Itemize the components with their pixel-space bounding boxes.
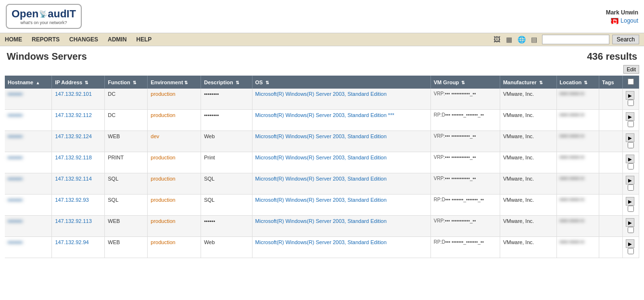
- sort-icon-vmgroup: ⇅: [461, 80, 465, 85]
- logout-button[interactable]: 🇨🇦 Logout: [611, 17, 638, 24]
- link-hostname[interactable]: ••••••••: [8, 176, 23, 182]
- nav-changes[interactable]: CHANGES: [64, 33, 103, 46]
- row-checkbox[interactable]: [628, 121, 634, 127]
- cell-ip[interactable]: 147.132.92.114: [52, 173, 105, 195]
- row-checkbox[interactable]: [628, 142, 634, 148]
- page-title: Windows Servers: [7, 51, 87, 62]
- col-ip[interactable]: IP Address ⇅: [52, 76, 105, 89]
- col-checkbox-header[interactable]: [623, 76, 639, 89]
- cell-hostname[interactable]: ••••••••: [5, 110, 52, 131]
- col-os[interactable]: OS ⇅: [252, 76, 430, 89]
- grid-icon[interactable]: ▦: [505, 35, 514, 44]
- link-hostname[interactable]: ••••••••: [8, 155, 23, 160]
- cell-ip[interactable]: 147.132.92.94: [52, 237, 105, 258]
- row-checkbox[interactable]: [628, 184, 634, 191]
- link-ip[interactable]: 147.132.92.93: [55, 197, 88, 203]
- detail-button[interactable]: ▶: [626, 112, 634, 121]
- cell-ip[interactable]: 147.132.92.101: [52, 89, 105, 110]
- cell-description: SQL: [201, 195, 252, 216]
- cell-hostname[interactable]: ••••••••: [5, 89, 52, 110]
- cell-os: Microsoft(R) Windows(R) Server 2003, Sta…: [252, 237, 430, 258]
- detail-button[interactable]: ▶: [626, 91, 634, 100]
- link-hostname[interactable]: ••••••••: [8, 133, 23, 139]
- cell-description: ••••••••: [201, 89, 252, 110]
- nav-reports[interactable]: REPORTS: [27, 33, 64, 46]
- edit-btn-wrap: Edit: [5, 65, 639, 75]
- cell-hostname[interactable]: ••••••••: [5, 173, 52, 195]
- image-icon[interactable]: 🖼: [492, 35, 502, 44]
- link-hostname[interactable]: ••••••••: [8, 197, 23, 203]
- logo-box: Open 📡 audIT what's on your network?: [6, 4, 82, 29]
- detail-button[interactable]: ▶: [626, 155, 634, 163]
- cell-os: Microsoft(R) Windows(R) Server 2003, Sta…: [252, 173, 430, 195]
- detail-button[interactable]: ▶: [626, 239, 634, 248]
- logout-link[interactable]: Logout: [620, 17, 638, 24]
- link-hostname[interactable]: ••••••••: [8, 239, 23, 245]
- cell-ip[interactable]: 147.132.92.112: [52, 110, 105, 131]
- row-checkbox[interactable]: [628, 163, 634, 170]
- col-vmgroup[interactable]: VM Group ⇅: [430, 76, 500, 89]
- cell-vmgroup: VRP:••• •••••••••••_••: [430, 216, 500, 237]
- cell-hostname[interactable]: ••••••••: [5, 216, 52, 237]
- detail-button[interactable]: ▶: [626, 218, 634, 227]
- cell-location: ••••• •••••• ••: [556, 89, 599, 110]
- cell-hostname[interactable]: ••••••••: [5, 152, 52, 173]
- link-ip[interactable]: 147.132.92.101: [55, 91, 91, 97]
- link-ip[interactable]: 147.132.92.113: [55, 218, 91, 224]
- col-function[interactable]: Function ⇅: [105, 76, 148, 89]
- nav-home[interactable]: HOME: [0, 33, 27, 46]
- cell-ip[interactable]: 147.132.92.124: [52, 131, 105, 152]
- cell-actions: ▶: [623, 216, 639, 237]
- col-environment[interactable]: Environment⇅: [148, 76, 201, 89]
- cell-vmgroup: VRP:••• •••••••••••_••: [430, 89, 500, 110]
- col-tags[interactable]: Tags: [599, 76, 622, 89]
- link-hostname[interactable]: ••••••••: [8, 91, 23, 97]
- cell-ip[interactable]: 147.132.92.113: [52, 216, 105, 237]
- detail-button[interactable]: ▶: [626, 197, 634, 206]
- cell-location: ••••• •••••• ••: [556, 195, 599, 216]
- link-hostname[interactable]: ••••••••: [8, 218, 23, 224]
- link-ip[interactable]: 147.132.92.112: [55, 112, 91, 118]
- select-all-checkbox[interactable]: [628, 78, 634, 85]
- sort-icon-loc: ⇅: [584, 80, 588, 85]
- cell-ip[interactable]: 147.132.92.118: [52, 152, 105, 173]
- link-ip[interactable]: 147.132.92.124: [55, 133, 91, 139]
- link-ip[interactable]: 147.132.92.118: [55, 155, 91, 160]
- link-hostname[interactable]: ••••••••: [8, 112, 23, 118]
- cell-vmgroup: VRP:••• •••••••••••_••: [430, 173, 500, 195]
- cell-tags: [599, 89, 622, 110]
- cell-description: Web: [201, 237, 252, 258]
- row-checkbox[interactable]: [628, 100, 634, 106]
- cell-location: ••••• •••••• ••: [556, 173, 599, 195]
- globe-icon[interactable]: 🌐: [517, 35, 527, 44]
- detail-button[interactable]: ▶: [626, 133, 634, 142]
- col-hostname[interactable]: Hostname ▲: [5, 76, 52, 89]
- cell-actions: ▶: [623, 195, 639, 216]
- col-description[interactable]: Description ⇅: [201, 76, 252, 89]
- cell-ip[interactable]: 147.132.92.93: [52, 195, 105, 216]
- table-row: ••••••••147.132.92.114SQLproductionSQLMi…: [5, 173, 639, 195]
- cell-function: PRINT: [105, 152, 148, 173]
- search-input[interactable]: [542, 35, 609, 44]
- cell-hostname[interactable]: ••••••••: [5, 237, 52, 258]
- detail-button[interactable]: ▶: [626, 176, 634, 184]
- link-ip[interactable]: 147.132.92.114: [55, 176, 91, 182]
- table-row: ••••••••147.132.92.118PRINTproductionPri…: [5, 152, 639, 173]
- search-button[interactable]: Search: [612, 35, 639, 44]
- cell-hostname[interactable]: ••••••••: [5, 131, 52, 152]
- col-manufacturer[interactable]: Manufacturer ⇅: [500, 76, 556, 89]
- row-checkbox[interactable]: [628, 227, 634, 233]
- row-checkbox[interactable]: [628, 206, 634, 212]
- edit-button[interactable]: Edit: [623, 65, 639, 74]
- list-icon[interactable]: ▤: [530, 35, 539, 44]
- nav-admin[interactable]: ADMIN: [103, 33, 131, 46]
- cell-hostname[interactable]: ••••••••: [5, 195, 52, 216]
- nav-help[interactable]: HELP: [131, 33, 156, 46]
- cell-os: Microsoft(R) Windows(R) Server 2003, Sta…: [252, 195, 430, 216]
- table-row: ••••••••147.132.92.93SQLproductionSQLMic…: [5, 195, 639, 216]
- cell-manufacturer: VMware, Inc.: [500, 237, 556, 258]
- link-ip[interactable]: 147.132.92.94: [55, 239, 88, 245]
- col-location[interactable]: Location ⇅: [556, 76, 599, 89]
- row-checkbox[interactable]: [628, 248, 634, 254]
- logo-open: Open: [12, 8, 38, 20]
